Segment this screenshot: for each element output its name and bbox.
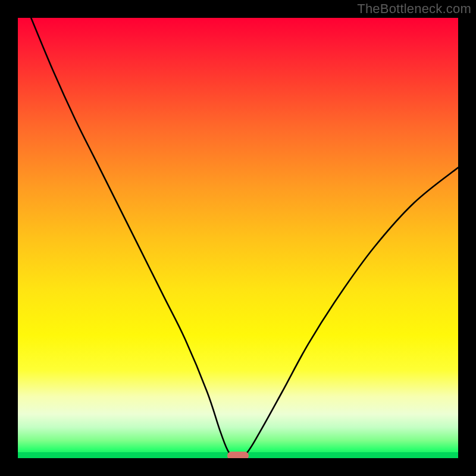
optimal-point-marker — [227, 452, 249, 458]
plot-area — [18, 18, 458, 458]
curve-svg — [18, 18, 458, 458]
watermark-label: TheBottleneck.com — [357, 1, 471, 17]
chart-frame: TheBottleneck.com — [0, 0, 476, 476]
bottleneck-curve — [31, 18, 458, 456]
